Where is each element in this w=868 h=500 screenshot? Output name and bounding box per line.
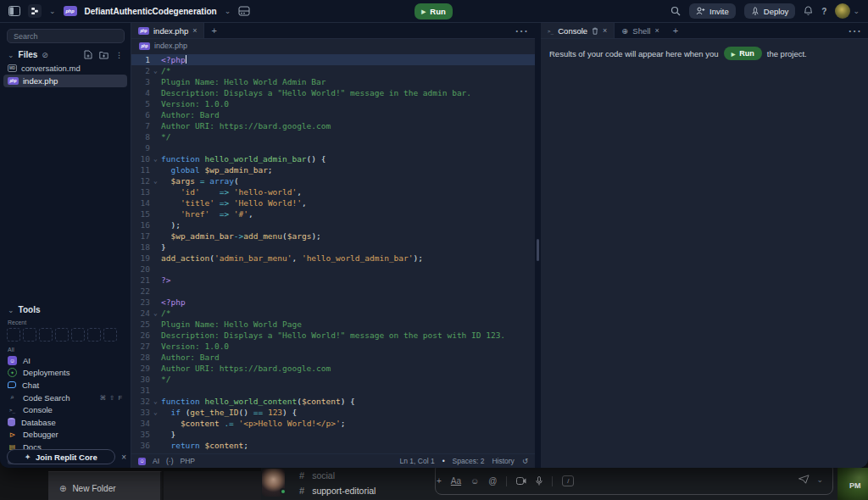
- code-line-20[interactable]: 20: [131, 264, 535, 275]
- new-tab-button[interactable]: +: [204, 23, 223, 38]
- code-line-36[interactable]: 36 return $content;: [131, 440, 535, 451]
- code-line-27[interactable]: 27Version: 1.0.0: [131, 341, 535, 352]
- code-line-13[interactable]: 13 'id' => 'hello-world',: [131, 186, 535, 197]
- editor-more-icon[interactable]: ⋯: [508, 23, 535, 38]
- code-line-18[interactable]: 18}: [131, 242, 535, 253]
- new-folder-icon[interactable]: [99, 51, 108, 59]
- search-icon[interactable]: [670, 6, 681, 16]
- channel-support-editorial[interactable]: #support-editorial: [286, 483, 428, 498]
- run-button[interactable]: ▶ Run: [415, 3, 453, 19]
- code-line-15[interactable]: 15 'href' => '#',: [131, 208, 535, 219]
- channel-social[interactable]: #social: [286, 468, 428, 483]
- fold-chevron-icon[interactable]: ⌄: [150, 153, 161, 164]
- user-avatar[interactable]: [835, 3, 850, 19]
- emoji-icon[interactable]: ☺: [470, 476, 479, 486]
- code-line-31[interactable]: 31: [131, 385, 535, 396]
- code-line-8[interactable]: 8*/: [131, 131, 535, 142]
- mention-icon[interactable]: @: [488, 476, 497, 486]
- tool-item-code-search[interactable]: ⌕Code Search⌘ ⇧ F: [0, 392, 131, 404]
- code-line-17[interactable]: 17 $wp_admin_bar->add_menu($args);: [131, 231, 535, 242]
- workspace-logo-icon[interactable]: [28, 4, 42, 18]
- new-console-tab-button[interactable]: +: [666, 23, 685, 38]
- panel-resize-gutter[interactable]: [535, 23, 541, 468]
- code-line-32[interactable]: 32⌄function hello_world_content($content…: [131, 396, 535, 407]
- tool-item-console[interactable]: >_Console: [0, 403, 131, 416]
- files-collapse-chevron-icon[interactable]: ⌄: [8, 53, 14, 58]
- notifications-bell-icon[interactable]: [804, 6, 813, 16]
- text-format-icon[interactable]: Aa: [451, 476, 461, 486]
- clear-console-trash-icon[interactable]: [592, 27, 598, 35]
- new-folder-button[interactable]: ⊕ New Folder: [48, 472, 160, 493]
- code-line-11[interactable]: 11 global $wp_admin_bar;: [131, 164, 535, 175]
- send-options-chevron-icon[interactable]: ⌄: [816, 477, 823, 482]
- close-tab-icon[interactable]: ×: [654, 26, 659, 35]
- search-input[interactable]: [7, 29, 125, 43]
- fold-chevron-icon[interactable]: ⌄: [150, 65, 161, 76]
- code-line-19[interactable]: 19add_action('admin_bar_menu', 'hello_wo…: [131, 253, 535, 264]
- fold-chevron-icon[interactable]: ⌄: [150, 175, 161, 186]
- fold-chevron-icon[interactable]: ⌄: [150, 407, 161, 418]
- invite-button[interactable]: Invite: [689, 3, 736, 19]
- code-line-10[interactable]: 10⌄function hello_world_admin_bar() {: [131, 153, 535, 164]
- slash-command-icon[interactable]: /: [562, 475, 574, 486]
- sidebar-toggle-icon[interactable]: [8, 6, 20, 16]
- code-line-24[interactable]: 24⌄/*: [131, 308, 535, 319]
- code-line-25[interactable]: 25Plugin Name: Hello World Page: [131, 319, 535, 330]
- console-run-button[interactable]: ▶ Run: [724, 47, 762, 60]
- join-replit-core-button[interactable]: ✦ Join Replit Core: [7, 449, 115, 464]
- code-line-34[interactable]: 34 $content .= '<p>Hello World!</p>';: [131, 418, 535, 429]
- tab-shell[interactable]: ⊕ Shell ×: [615, 23, 665, 38]
- files-menu-kebab-icon[interactable]: ⋮: [115, 51, 123, 59]
- spaces-indicator[interactable]: Spaces: 2: [453, 457, 485, 465]
- tool-item-chat[interactable]: Chat: [0, 379, 131, 392]
- tab-console[interactable]: >_ Console ×: [541, 23, 615, 38]
- deploy-button[interactable]: Deploy: [744, 3, 796, 19]
- console-more-icon[interactable]: ⋯: [841, 23, 868, 38]
- language-label[interactable]: PHP: [181, 457, 195, 465]
- code-line-4[interactable]: 4Description: Displays a "Hello World!" …: [131, 87, 535, 98]
- code-line-22[interactable]: 22: [131, 286, 535, 297]
- code-editor[interactable]: 1<?php2⌄/*3Plugin Name: Hello World Admi…: [131, 53, 535, 453]
- ai-status-icon[interactable]: ☺: [138, 458, 146, 465]
- tool-item-ai[interactable]: ☺AI: [0, 354, 131, 367]
- code-line-29[interactable]: 29Author URI: https://bard.google.com: [131, 363, 535, 374]
- code-line-33[interactable]: 33⌄ if (get_the_ID() == 123) {: [131, 407, 535, 418]
- code-line-2[interactable]: 2⌄/*: [131, 65, 535, 76]
- history-icon[interactable]: ↺: [522, 457, 528, 465]
- code-line-30[interactable]: 30*/: [131, 374, 535, 385]
- code-line-9[interactable]: 9: [131, 142, 535, 153]
- tool-item-database[interactable]: Database: [0, 416, 131, 429]
- close-tab-icon[interactable]: ×: [603, 26, 607, 35]
- send-icon[interactable]: [798, 475, 810, 484]
- history-label[interactable]: History: [492, 457, 514, 465]
- dismiss-banner-close-icon[interactable]: ×: [121, 453, 126, 462]
- code-line-3[interactable]: 3Plugin Name: Hello World Admin Bar: [131, 76, 535, 87]
- workspace-chevron-icon[interactable]: ⌄: [49, 8, 56, 14]
- code-line-5[interactable]: 5Version: 1.0.0: [131, 98, 535, 109]
- attach-plus-icon[interactable]: +: [437, 476, 442, 486]
- code-line-26[interactable]: 26Description: Displays a "Hello World!"…: [131, 330, 535, 341]
- help-icon[interactable]: ?: [821, 7, 826, 16]
- code-line-14[interactable]: 14 'title' => 'Hello World!',: [131, 197, 535, 208]
- repl-name[interactable]: DefiantAuthenticCodegeneration: [85, 7, 217, 16]
- avatar[interactable]: [262, 469, 285, 497]
- tool-item-debugger[interactable]: ⊳Debugger: [0, 429, 131, 442]
- tab-index-php[interactable]: php index.php ×: [131, 23, 204, 38]
- fold-chevron-icon[interactable]: ⌄: [150, 396, 161, 407]
- code-line-16[interactable]: 16 );: [131, 219, 535, 231]
- code-line-23[interactable]: 23<?php: [131, 297, 535, 308]
- hide-hidden-files-icon[interactable]: ⊘: [42, 51, 48, 59]
- tools-collapse-chevron-icon[interactable]: ⌄: [8, 308, 14, 313]
- resize-handle[interactable]: [537, 239, 539, 261]
- mic-icon[interactable]: [536, 476, 542, 486]
- breadcrumb[interactable]: php index.php: [131, 39, 535, 53]
- fold-chevron-icon[interactable]: ⌄: [150, 308, 161, 319]
- code-line-7[interactable]: 7Author URI: https://bard.google.com: [131, 120, 535, 131]
- code-line-28[interactable]: 28Author: Bard: [131, 352, 535, 363]
- ai-status-label[interactable]: AI: [153, 457, 159, 465]
- new-file-icon[interactable]: [84, 50, 92, 59]
- code-line-35[interactable]: 35 }: [131, 429, 535, 440]
- file-item-conversation.md[interactable]: MDconversation.md: [3, 62, 127, 75]
- devices-icon[interactable]: [238, 6, 250, 16]
- video-icon[interactable]: [516, 477, 526, 485]
